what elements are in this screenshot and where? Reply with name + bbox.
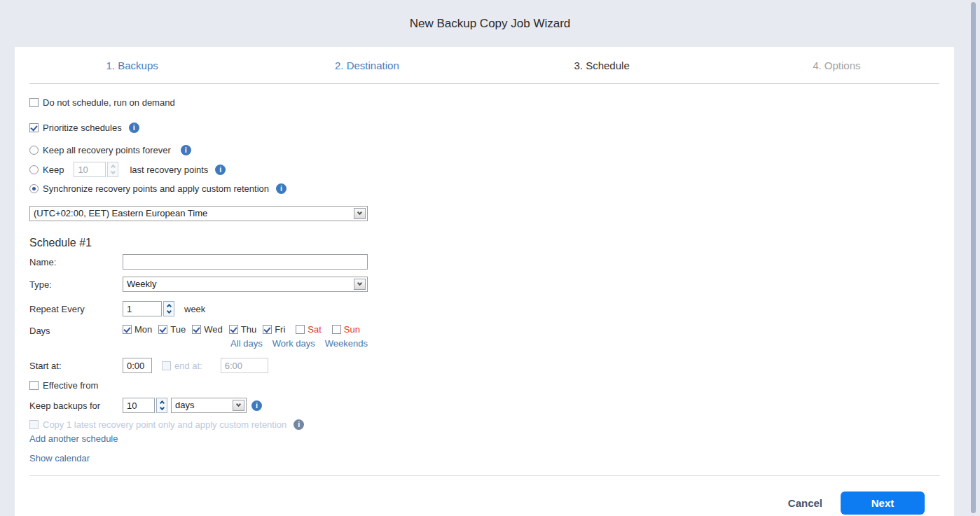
wizard-card: 1. Backups 2. Destination 3. Schedule 4.… [15,47,954,516]
type-label: Type: [29,279,123,290]
day-preset-link-weekends[interactable]: Weekends [325,338,368,349]
day-sun[interactable]: Sun [332,324,360,335]
spin-down-icon [108,169,118,176]
name-input[interactable] [123,254,368,270]
synchronize-radio[interactable] [29,184,39,193]
name-row: Name: [29,254,939,270]
day-label: Mon [134,324,152,335]
footer: Cancel Next [29,476,939,515]
keep-last-count-input [74,162,106,177]
copy-latest-info-icon[interactable]: i [294,419,304,430]
timezone-select[interactable]: (UTC+02:00, EET) Eastern European Time [29,206,368,221]
prioritize-label: Prioritize schedules [43,123,122,133]
keep-last-suffix: last recovery points [130,165,208,175]
effective-from-checkbox[interactable] [29,381,39,390]
day-preset-link-all-days[interactable]: All days [230,338,263,349]
day-label: Thu [241,324,256,335]
day-label: Fri [275,324,285,335]
day-checkbox[interactable] [296,325,305,334]
keep-last-row: Keep last recovery points i [29,162,939,177]
spin-down-icon[interactable] [164,309,174,316]
keep-backups-label: Keep backups for [29,400,123,411]
effective-from-row: Effective from [29,380,939,391]
schedule-heading: Schedule #1 [29,237,939,249]
day-mon[interactable]: Mon [123,324,152,335]
keep-backups-info-icon[interactable]: i [251,400,262,411]
vertical-scrollbar-thumb[interactable] [971,2,976,513]
run-on-demand-row: Do not schedule, run on demand [29,97,939,108]
keep-last-spin-buttons [107,162,118,177]
day-tue[interactable]: Tue [158,324,186,335]
type-value: Weekly [127,279,156,289]
add-schedule-link[interactable]: Add another schedule [29,433,118,444]
end-at-checkbox [162,361,171,370]
run-on-demand-label: Do not schedule, run on demand [43,97,175,108]
day-checkbox[interactable] [229,325,238,334]
chevron-down-icon[interactable] [233,400,244,411]
type-row: Type: Weekly [29,277,939,292]
day-sat[interactable]: Sat [296,324,322,335]
day-fri[interactable]: Fri [263,324,285,335]
synchronize-row: Synchronize recovery points and apply cu… [29,183,939,194]
keep-last-radio[interactable] [29,165,39,174]
timezone-value: (UTC+02:00, EET) Eastern European Time [34,208,207,218]
day-checkbox[interactable] [158,325,167,334]
run-on-demand-checkbox[interactable] [29,98,39,107]
synchronize-info-icon[interactable]: i [276,183,287,194]
keep-all-info-icon[interactable]: i [181,145,191,155]
start-at-row: Start at: end at: [29,358,939,373]
days-checkbox-group: MonTueWedThuFriSatSun [123,324,368,336]
prioritize-checkbox[interactable] [29,123,39,132]
day-wed[interactable]: Wed [192,324,223,335]
tab-options: 4. Options [719,60,954,71]
days-row: Days MonTueWedThuFriSatSun All daysWork … [29,324,939,349]
copy-latest-checkbox [29,420,39,429]
repeat-label: Repeat Every [29,304,123,314]
day-label: Wed [204,324,223,335]
synchronize-label: Synchronize recovery points and apply cu… [43,183,269,194]
tab-schedule[interactable]: 3. Schedule [485,60,719,71]
show-calendar-link[interactable]: Show calendar [29,453,90,463]
day-checkbox[interactable] [123,325,132,334]
chevron-down-icon[interactable] [354,208,366,219]
keep-backups-unit-select[interactable]: days [171,398,247,413]
repeat-input[interactable] [123,301,162,316]
repeat-spin-buttons[interactable] [163,301,174,316]
end-at-input [221,358,268,373]
day-checkbox[interactable] [192,325,201,334]
effective-from-label: Effective from [43,380,98,391]
spin-down-icon[interactable] [157,405,167,412]
day-checkbox[interactable] [332,325,341,334]
keep-backups-spinner[interactable] [123,398,167,413]
keep-last-prefix: Keep [43,165,64,175]
prioritize-row: Prioritize schedules i [29,123,939,133]
keep-backups-unit-value: days [175,400,194,410]
chevron-down-icon[interactable] [354,279,366,290]
keep-backups-spin-buttons[interactable] [156,398,167,413]
day-preset-link-work-days[interactable]: Work days [272,338,315,349]
start-at-input[interactable] [123,358,152,373]
keep-last-info-icon[interactable]: i [215,165,226,175]
keep-all-radio[interactable] [29,146,39,155]
schedule-step-content: Do not schedule, run on demand Prioritiz… [15,84,954,515]
type-select[interactable]: Weekly [123,277,368,292]
end-at-label: end at: [174,361,202,371]
copy-latest-label: Copy 1 latest recovery point only and ap… [43,419,287,430]
repeat-unit-label: week [184,304,205,314]
day-links: All daysWork daysWeekends [123,338,368,349]
next-button[interactable]: Next [841,491,925,515]
days-column: MonTueWedThuFriSatSun All daysWork daysW… [123,324,368,349]
cancel-button[interactable]: Cancel [788,497,822,509]
keep-backups-input[interactable] [123,398,155,413]
keep-backups-row: Keep backups for days i [29,398,939,413]
day-thu[interactable]: Thu [229,324,256,335]
prioritize-info-icon[interactable]: i [129,123,139,133]
day-checkbox[interactable] [263,325,272,334]
tab-destination[interactable]: 2. Destination [249,60,484,71]
days-label: Days [29,324,123,336]
repeat-spinner[interactable] [123,301,174,316]
repeat-row: Repeat Every week [29,301,939,316]
name-label: Name: [29,257,123,267]
page-title: New Backup Copy Job Wizard [0,0,980,31]
tab-backups[interactable]: 1. Backups [15,60,249,71]
